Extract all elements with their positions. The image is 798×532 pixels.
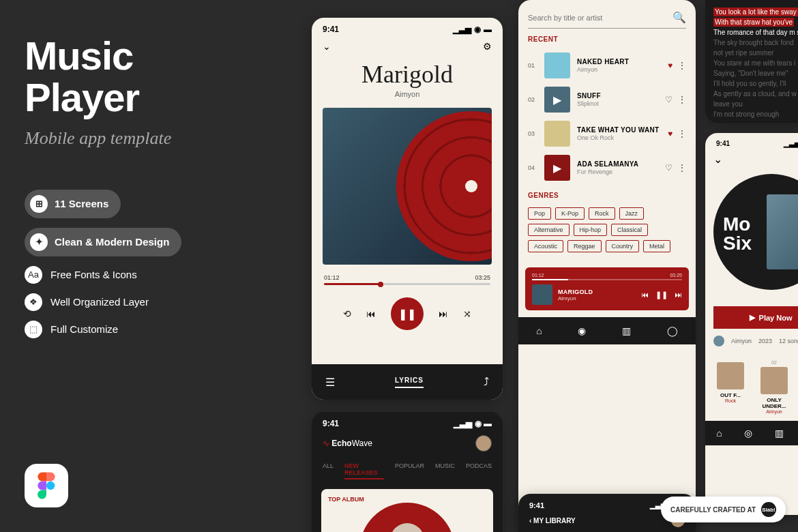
nav-bar: ⌂ ◎ ▥ ◯ [705,421,798,445]
album-meta: Aimyon202312 songs [705,329,798,353]
album-cover [767,194,798,269]
tab-podcast[interactable]: PODCAS [466,462,492,479]
collapse-button[interactable]: ⌄ [323,41,331,52]
layers-icon: ❖ [25,293,42,311]
nav-explore[interactable]: ◉ [578,325,586,336]
track-row[interactable]: 03TAKE WHAT YOU WANTOne Ok Rock♥⋮ [518,117,696,151]
nav-home[interactable]: ⌂ [716,428,722,439]
play-now-button[interactable]: ▶Play Now [713,306,798,329]
repeat-button[interactable]: ⟲ [343,308,351,319]
shuffle-button[interactable]: ⤨ [463,308,471,319]
search-input[interactable] [528,14,655,22]
genre-chip[interactable]: Rock [589,207,615,220]
genres-label: GENRES [528,192,686,199]
avatar[interactable] [475,435,492,452]
track-row[interactable]: 02▶SNUFFSlipknot♡⋮ [518,83,696,117]
album-track[interactable]: OUT F...Rock [713,360,748,414]
genre-chip[interactable]: Classical [611,224,648,236]
song-artist: Aimyon [312,90,503,98]
album-art [323,108,492,265]
product-subtitle: Mobile app template [25,128,284,149]
mini-prev[interactable]: ⏮ [641,291,649,299]
genre-chip[interactable]: Pop [528,207,551,220]
genre-chip[interactable]: Jazz [619,207,645,220]
feature-customize: ⬚Full Customize [25,321,284,338]
recent-label: RECENT [528,35,686,43]
vinyl-disc [396,111,492,261]
share-button[interactable]: ⤴ [484,376,489,388]
search-bar: 🔍 [528,11,686,29]
marketing-panel: Music Player Mobile app template ⊞11 Scr… [25,35,284,338]
genre-chip[interactable]: Hip-hop [574,224,608,236]
mini-progress[interactable] [532,279,682,280]
screen-lyrics: You look a lot like the sway With that s… [705,0,798,123]
mini-next[interactable]: ⏭ [675,291,682,299]
genre-chip[interactable]: Country [606,240,640,252]
genre-chip[interactable]: Reggae [567,240,602,252]
more-icon[interactable]: ⋮ [678,61,686,70]
screen-album: 9:41▁▃▅ ◉ ▬ ⌄ MoSix ▶Play Now Aimyon2023… [705,133,798,515]
nav-library[interactable]: ▥ [775,428,784,439]
genre-chip[interactable]: Metal [643,240,670,252]
slab-logo: Slab! [761,502,776,517]
library-title[interactable]: ‹ MY LIBRARY [529,517,576,524]
more-icon[interactable]: ⋮ [678,163,686,173]
nav-explore[interactable]: ◎ [744,428,752,439]
figma-badge [25,464,68,507]
svg-point-0 [46,482,55,490]
more-icon[interactable]: ⋮ [678,129,686,138]
album-track[interactable]: 02ONLY UNDER...Aimyon [757,360,791,414]
text-icon: Aa [25,266,42,284]
time-elapsed: 01:12 [324,274,340,281]
grid-icon: ⊞ [30,195,48,213]
nav-home[interactable]: ⌂ [536,325,542,336]
collapse-button[interactable]: ⌄ [713,153,722,165]
favorite-icon[interactable]: ♥ [668,61,673,70]
feature-design: ✦Clean & Modern Design [25,228,181,256]
equalizer-button[interactable]: ⚙ [483,41,492,52]
feature-fonts: AaFree Fonts & Icons [25,266,284,284]
tab-music[interactable]: MUSIC [435,462,455,479]
screen-now-playing: 9:41 ▁▃▅ ◉ ▬ ⌄ ⚙ Marigold Aimyon 01:1203… [312,18,503,400]
more-icon[interactable]: ⋮ [678,95,686,104]
track-row[interactable]: 01NAKED HEARTAimyon♥⋮ [518,48,696,83]
mini-album-art [532,284,552,305]
nav-bar: ⌂ ◉ ▥ ◯ [518,317,696,344]
screen-search: 🔍 RECENT 01NAKED HEARTAimyon♥⋮ 02▶SNUFFS… [518,0,696,532]
favorite-icon[interactable]: ♥ [668,129,673,138]
brand-logo: ∿ EchoWave [323,439,372,448]
nav-library[interactable]: ▥ [622,325,631,336]
queue-button[interactable]: ☰ [325,376,335,389]
favorite-icon[interactable]: ♡ [665,95,673,104]
lyrics-tab[interactable]: LYRICS [395,376,424,388]
wand-icon: ✦ [30,233,48,251]
progress-bar[interactable] [324,283,490,285]
favorite-icon[interactable]: ♡ [665,163,673,173]
genre-chip[interactable]: Alternative [528,224,570,236]
crafted-badge: CAREFULLY CRAFTED AT Slab! [661,497,786,522]
genre-chip[interactable]: Acoustic [528,240,563,252]
genre-chip[interactable]: K-Pop [555,207,585,220]
feature-screens: ⊞11 Screens [25,190,121,218]
track-row[interactable]: 04▶ADA SELAMANYAFor Revenge♡⋮ [518,151,696,185]
product-title: Music Player [25,35,284,119]
song-title: Marigold [312,60,503,89]
prev-button[interactable]: ⏮ [366,308,376,319]
progress-section: 01:1203:25 [324,274,490,285]
tab-new-releases[interactable]: NEW RELEASES [344,462,384,479]
tab-all[interactable]: ALL [323,462,334,479]
nav-profile[interactable]: ◯ [667,325,678,336]
next-button[interactable]: ⏭ [439,308,448,319]
battery-icon: ▬ [484,25,492,34]
play-icon: ▶ [750,313,755,322]
time-total: 03:25 [475,274,490,281]
pause-button[interactable]: ❚❚ [391,297,424,330]
top-album-card[interactable]: TOP ALBUM [321,489,493,532]
tabs: ALL NEW RELEASES POPULAR MUSIC PODCAS [312,456,503,484]
search-icon[interactable]: 🔍 [673,11,686,24]
genres-list: Pop K-Pop Rock Jazz Alternative Hip-hop … [518,205,696,255]
tab-popular[interactable]: POPULAR [395,462,424,479]
mini-player[interactable]: 01:1203:25 MARIGOLDAimyon ⏮❚❚⏭ [525,267,689,310]
mini-pause[interactable]: ❚❚ [655,291,668,299]
screen-home: 9:41▁▃▅ ◉ ▬ ∿ EchoWave ALL NEW RELEASES … [312,412,503,532]
